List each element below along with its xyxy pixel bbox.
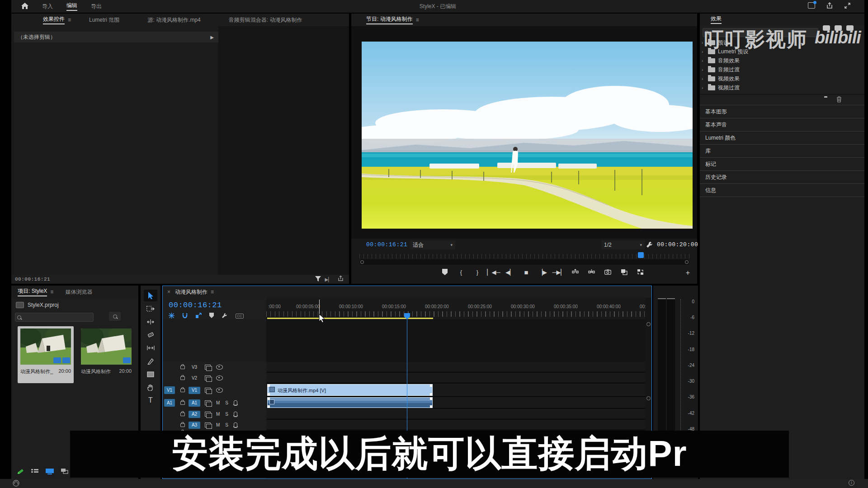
button-editor-plus[interactable]: + [686, 269, 690, 277]
lock-icon[interactable] [180, 423, 185, 427]
mute-button[interactable]: M [216, 412, 220, 417]
track-lane-a1[interactable] [266, 397, 646, 408]
audio-clip[interactable] [267, 397, 433, 408]
snap-magnet-icon[interactable] [182, 313, 188, 320]
zoom-level-dropdown[interactable]: 1/2▾ [601, 240, 645, 249]
filter-icon[interactable] [315, 276, 321, 283]
extract-button[interactable] [586, 267, 597, 277]
mute-button[interactable]: M [216, 422, 220, 427]
panel-tab-history[interactable]: 历史记录 [700, 170, 864, 183]
lock-icon[interactable] [180, 389, 185, 392]
voiceover-mic-icon[interactable] [234, 422, 237, 427]
sync-lock-icon[interactable] [205, 375, 211, 380]
export-small-icon[interactable] [338, 276, 344, 283]
razor-tool[interactable] [144, 329, 157, 341]
nested-sequence-icon[interactable] [169, 313, 175, 320]
timeline-panel-menu-icon[interactable]: ≡ [211, 289, 214, 295]
play-stop-button[interactable]: ■ [521, 267, 532, 277]
program-panel-menu-icon[interactable]: ≡ [416, 17, 419, 23]
voiceover-mic-icon[interactable] [234, 400, 237, 405]
tab-program-monitor[interactable]: 节目: 动漫风格制作 [366, 15, 413, 24]
track-visibility-icon[interactable] [216, 375, 223, 380]
project-panel-menu-icon[interactable]: ≡ [50, 289, 53, 295]
type-tool[interactable]: T [144, 394, 157, 406]
go-to-out-button[interactable]: ─▶▏ [553, 267, 564, 277]
source-patch-v1[interactable]: V1 [164, 386, 175, 394]
lock-icon[interactable] [180, 376, 185, 380]
track-name-a3[interactable]: A3 [189, 422, 200, 429]
menu-tab-export[interactable]: 导出 [91, 3, 102, 10]
track-lane-v1[interactable]: 动漫风格制作.mp4 [V] [266, 384, 646, 397]
source-patch-a1[interactable]: A1 [164, 399, 175, 407]
captions-icon[interactable]: CC [236, 314, 244, 319]
project-search-input[interactable] [15, 313, 94, 322]
mark-out-button[interactable]: } [472, 267, 483, 277]
trash-icon[interactable] [836, 96, 842, 104]
panel-tab-lumetri-color[interactable]: Lumetri 颜色 [700, 131, 864, 144]
fullscreen-icon[interactable] [844, 2, 851, 10]
mute-button[interactable]: M [216, 400, 220, 405]
menu-tab-edit[interactable]: 编辑 [66, 2, 77, 11]
track-lane-a2[interactable] [266, 409, 646, 419]
list-view-button[interactable] [31, 469, 38, 476]
solo-button[interactable]: S [225, 412, 228, 417]
tab-lumetri-scopes[interactable]: Lumetri 范围 [89, 16, 119, 24]
track-name-v1[interactable]: V1 [189, 387, 200, 394]
icon-view-button[interactable] [46, 469, 54, 476]
hand-tool[interactable] [144, 381, 157, 393]
effects-tree-audio-transitions[interactable]: › 音频过渡 [702, 65, 863, 74]
solo-button[interactable]: S [225, 400, 228, 405]
tab-effect-controls[interactable]: 效果控件 [43, 15, 65, 24]
track-lane-v3[interactable] [266, 362, 646, 372]
solo-button[interactable]: S [225, 422, 228, 427]
tab-source-monitor[interactable]: 源: 动漫风格制作.mp4 [147, 16, 200, 24]
step-back-button[interactable]: ◀▏ [505, 267, 515, 277]
freeform-view-button[interactable] [61, 469, 69, 476]
track-name-v3[interactable]: V3 [189, 364, 200, 371]
sync-lock-icon[interactable] [205, 412, 211, 417]
timeline-add-marker-icon[interactable] [209, 313, 214, 319]
program-scrollbar[interactable] [359, 259, 689, 265]
settings-wrench-icon[interactable] [646, 241, 653, 249]
timeline-timecode[interactable]: 00:00:16:21 [169, 301, 222, 310]
ripple-edit-tool[interactable] [144, 316, 157, 328]
slip-tool[interactable] [144, 342, 157, 354]
compare-view-button[interactable] [618, 267, 629, 277]
track-lane-v2[interactable] [266, 373, 646, 383]
lift-button[interactable] [570, 267, 580, 277]
multicam-button[interactable] [635, 267, 646, 277]
track-lane-a3[interactable] [266, 420, 646, 430]
lock-icon[interactable] [180, 413, 185, 416]
program-playhead[interactable] [638, 252, 644, 258]
effects-tree-audio-effects[interactable]: › 音频效果 [702, 56, 863, 65]
add-marker-button[interactable] [439, 267, 450, 277]
lock-icon[interactable] [180, 366, 185, 369]
effects-tree-video-effects[interactable]: › 视频效果 [702, 74, 863, 83]
quick-export-icon[interactable] [826, 2, 833, 10]
panel-menu-icon[interactable]: ≡ [68, 17, 71, 23]
info-icon[interactable]: i [849, 480, 854, 486]
timeline-settings-wrench-icon[interactable] [222, 312, 228, 320]
panel-tab-essential-graphics[interactable]: 基本图形 [700, 105, 864, 118]
tab-audio-clip-mixer[interactable]: 音频剪辑混合器: 动漫风格制作 [229, 16, 302, 24]
sync-lock-icon[interactable] [205, 422, 211, 427]
mark-in-button[interactable]: { [456, 267, 467, 277]
project-file-name[interactable]: StyleX.prproj [28, 302, 59, 308]
rectangle-tool[interactable] [144, 368, 157, 380]
sync-lock-icon[interactable] [205, 388, 211, 393]
panel-tab-libraries[interactable]: 库 [700, 144, 864, 157]
menu-tab-import[interactable]: 导入 [42, 3, 53, 10]
sync-lock-icon[interactable] [205, 365, 211, 370]
track-select-forward-tool[interactable] [144, 303, 157, 314]
go-to-in-button[interactable]: ▏◀─ [488, 267, 499, 277]
track-name-v2[interactable]: V2 [189, 375, 200, 382]
close-sequence-icon[interactable]: × [167, 289, 170, 295]
expand-arrow-icon[interactable]: ▶ [210, 35, 214, 40]
export-frame-button[interactable] [602, 267, 613, 277]
writable-pencil-icon[interactable] [17, 469, 24, 476]
track-name-a2[interactable]: A2 [189, 411, 200, 418]
tab-sequence[interactable]: 动漫风格制作 [175, 288, 208, 296]
panel-tab-essential-sound[interactable]: 基本声音 [700, 118, 864, 131]
effects-tree-video-transitions[interactable]: › 视频过渡 [702, 83, 863, 92]
panel-tab-markers[interactable]: 标记 [700, 157, 864, 170]
